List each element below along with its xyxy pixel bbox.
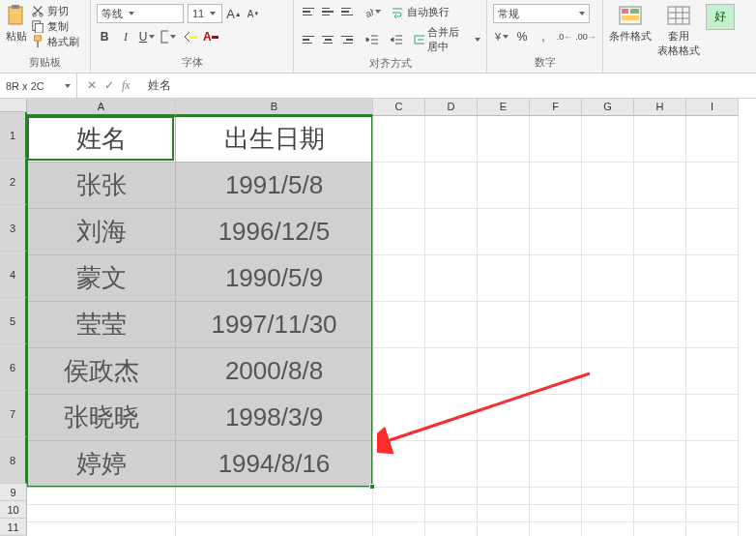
- col-header-F[interactable]: F: [530, 99, 582, 116]
- cell-H8[interactable]: [634, 441, 686, 488]
- cell-C10[interactable]: [373, 505, 425, 522]
- font-size-select[interactable]: 11: [188, 4, 222, 23]
- cell-D6[interactable]: [425, 348, 478, 395]
- cell-F11[interactable]: [530, 522, 582, 536]
- cell-H6[interactable]: [634, 348, 686, 395]
- row-header-9[interactable]: 9: [0, 484, 27, 501]
- cell-F5[interactable]: [530, 302, 582, 348]
- font-name-select[interactable]: 等线: [97, 4, 184, 23]
- cell-I8[interactable]: [686, 441, 739, 488]
- cell-I2[interactable]: [686, 163, 739, 209]
- cell-A3[interactable]: 刘海: [27, 209, 176, 255]
- cell-E2[interactable]: [478, 163, 530, 209]
- cell-D9[interactable]: [425, 488, 478, 505]
- italic-button[interactable]: I: [118, 29, 133, 45]
- orientation-button[interactable]: ab: [365, 4, 381, 19]
- cell-G4[interactable]: [582, 255, 634, 302]
- cell-A2[interactable]: 张张: [27, 163, 176, 209]
- col-header-A[interactable]: A: [27, 99, 176, 116]
- wrap-text-button[interactable]: 自动换行: [391, 5, 450, 19]
- row-header-10[interactable]: 10: [0, 501, 27, 519]
- cell-D1[interactable]: [425, 116, 478, 163]
- cell-style-good[interactable]: 好: [706, 4, 735, 30]
- row-header-11[interactable]: 11: [0, 519, 27, 536]
- align-left-button[interactable]: [300, 32, 317, 47]
- cell-C1[interactable]: [373, 116, 425, 163]
- cell-E1[interactable]: [478, 116, 530, 163]
- select-all-corner[interactable]: [0, 99, 27, 112]
- cell-H4[interactable]: [634, 255, 686, 302]
- formula-input[interactable]: 姓名: [140, 77, 179, 94]
- row-header-7[interactable]: 7: [0, 391, 27, 437]
- cell-I10[interactable]: [686, 505, 739, 522]
- cell-H3[interactable]: [634, 209, 686, 255]
- cell-A8[interactable]: 婷婷: [27, 441, 176, 488]
- cell-G2[interactable]: [582, 163, 634, 209]
- cell-G7[interactable]: [582, 395, 634, 441]
- enter-icon[interactable]: ✓: [104, 78, 114, 93]
- cell-I9[interactable]: [686, 488, 739, 505]
- cell-G5[interactable]: [582, 302, 634, 348]
- underline-button[interactable]: U: [139, 29, 155, 45]
- cell-F1[interactable]: [530, 116, 582, 163]
- cell-D7[interactable]: [425, 395, 478, 441]
- cell-F7[interactable]: [530, 395, 582, 441]
- cell-D3[interactable]: [425, 209, 478, 255]
- cell-B11[interactable]: [176, 522, 373, 536]
- cell-H7[interactable]: [634, 395, 686, 441]
- cell-E5[interactable]: [478, 302, 530, 348]
- border-button[interactable]: [160, 29, 176, 45]
- cell-F4[interactable]: [530, 255, 582, 302]
- cell-G9[interactable]: [582, 488, 634, 505]
- cell-D11[interactable]: [425, 522, 478, 536]
- cell-G11[interactable]: [582, 522, 634, 536]
- cell-F10[interactable]: [530, 505, 582, 522]
- decrease-indent-button[interactable]: [365, 32, 380, 47]
- increase-font-button[interactable]: A▲: [226, 6, 242, 21]
- fill-color-button[interactable]: [182, 29, 197, 45]
- cell-E8[interactable]: [478, 441, 530, 488]
- decrease-font-button[interactable]: A▼: [246, 6, 261, 21]
- cell-I6[interactable]: [686, 348, 739, 395]
- merge-center-button[interactable]: 合并后居中: [414, 25, 480, 54]
- cell-F3[interactable]: [530, 209, 582, 255]
- number-format-select[interactable]: 常规: [493, 4, 590, 23]
- cell-H2[interactable]: [634, 163, 686, 209]
- percent-button[interactable]: %: [514, 29, 530, 45]
- col-header-E[interactable]: E: [478, 99, 530, 116]
- cell-C2[interactable]: [373, 163, 425, 209]
- cell-A1[interactable]: 姓名: [27, 116, 176, 163]
- row-header-3[interactable]: 3: [0, 205, 27, 252]
- cell-I7[interactable]: [686, 395, 739, 441]
- cell-B2[interactable]: 1991/5/8: [176, 163, 373, 209]
- cut-button[interactable]: 剪切: [31, 4, 79, 17]
- comma-button[interactable]: ,: [536, 29, 551, 45]
- cell-G10[interactable]: [582, 505, 634, 522]
- cell-H1[interactable]: [634, 116, 686, 163]
- cell-E6[interactable]: [478, 348, 530, 395]
- cell-B10[interactable]: [176, 505, 373, 522]
- row-header-1[interactable]: 1: [0, 112, 27, 159]
- bold-button[interactable]: B: [97, 29, 112, 45]
- align-right-button[interactable]: [338, 32, 356, 47]
- col-header-G[interactable]: G: [582, 99, 634, 116]
- copy-button[interactable]: 复制: [31, 19, 79, 33]
- cell-D4[interactable]: [425, 255, 478, 302]
- row-header-2[interactable]: 2: [0, 159, 27, 205]
- format-as-table-button[interactable]: 套用 表格格式: [657, 4, 700, 58]
- cell-H5[interactable]: [634, 302, 686, 348]
- col-header-B[interactable]: B: [176, 99, 373, 116]
- cell-G6[interactable]: [582, 348, 634, 395]
- cell-A11[interactable]: [27, 522, 176, 536]
- cell-E9[interactable]: [478, 488, 530, 505]
- cell-E4[interactable]: [478, 255, 530, 302]
- fx-icon[interactable]: fx: [122, 78, 131, 93]
- cell-C8[interactable]: [373, 441, 425, 488]
- align-middle-button[interactable]: [319, 4, 336, 19]
- col-header-D[interactable]: D: [425, 99, 478, 116]
- decrease-decimal-button[interactable]: .00→: [578, 29, 594, 45]
- row-header-4[interactable]: 4: [0, 252, 27, 298]
- paste-button[interactable]: 粘贴: [6, 4, 27, 44]
- cell-A10[interactable]: [27, 505, 176, 522]
- cell-B5[interactable]: 1997/11/30: [176, 302, 373, 348]
